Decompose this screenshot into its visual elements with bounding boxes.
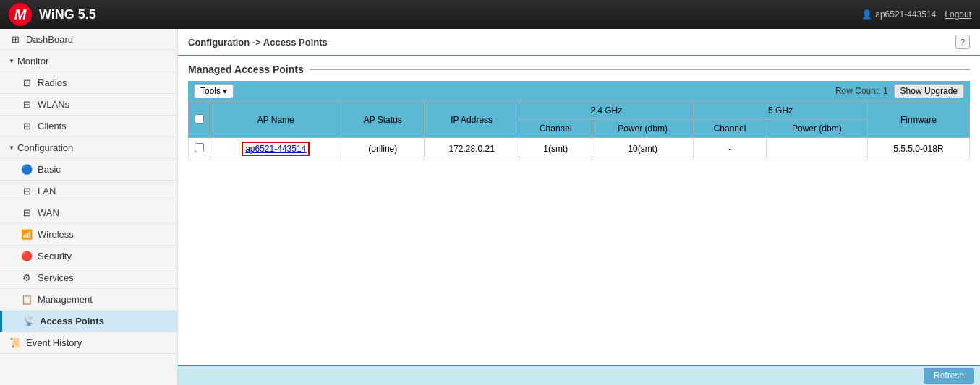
breadcrumb-bar: Configuration -> Access Points ? <box>178 29 980 56</box>
sidebar-label-lan: LAN <box>38 186 56 196</box>
sidebar-label-radios: Radios <box>38 77 67 88</box>
content-area: Configuration -> Access Points ? Managed… <box>178 29 980 385</box>
sidebar-item-management[interactable]: 📋 Management <box>0 289 177 311</box>
sidebar-label-wireless: Wireless <box>38 229 74 240</box>
row-channel-24: 1(smt) <box>519 138 592 160</box>
col-header-ap-status: AP Status <box>341 102 425 138</box>
services-icon: ⚙ <box>20 272 33 283</box>
show-upgrade-button[interactable]: Show Upgrade <box>894 84 964 98</box>
sidebar-label-event-history: Event History <box>26 337 82 348</box>
row-channel-5: - <box>694 138 767 160</box>
management-icon: 📋 <box>20 294 33 305</box>
bottom-bar: Refresh <box>178 365 980 385</box>
sidebar-label-security: Security <box>38 251 72 261</box>
breadcrumb: Configuration -> Access Points <box>188 37 328 48</box>
security-icon: 🔴 <box>20 251 33 261</box>
sidebar-label-wlans: WLANs <box>38 99 69 110</box>
sidebar-item-wlans[interactable]: ⊟ WLANs <box>0 94 177 116</box>
wan-icon: ⊟ <box>20 207 33 218</box>
col-header-5ghz: 5 GHz <box>694 102 868 120</box>
section-title: Managed Access Points <box>188 64 970 75</box>
col-header-checkbox <box>189 102 210 138</box>
select-all-checkbox[interactable] <box>195 114 204 124</box>
sidebar-item-access-points[interactable]: 📡 Access Points <box>0 311 177 332</box>
access-points-icon: 📡 <box>22 316 35 326</box>
sidebar-item-services[interactable]: ⚙ Services <box>0 267 177 289</box>
event-history-icon: 📜 <box>9 337 22 348</box>
dashboard-icon: ⊞ <box>9 34 22 45</box>
sidebar-item-radios[interactable]: ⊡ Radios <box>0 72 177 94</box>
expand-icon-monitor: ▼ <box>9 58 14 64</box>
username-label: ap6521-443514 <box>875 9 936 20</box>
col-header-24ghz: 2.4 GHz <box>519 102 694 120</box>
sidebar-item-wan[interactable]: ⊟ WAN <box>0 202 177 224</box>
wlans-icon: ⊟ <box>20 99 33 110</box>
sidebar-label-access-points: Access Points <box>40 316 104 326</box>
col-subheader-channel-5: Channel <box>694 120 767 138</box>
sidebar-item-security[interactable]: 🔴 Security <box>0 246 177 267</box>
row-ip-address: 172.28.0.21 <box>425 138 519 160</box>
row-count-label: Row Count: 1 <box>835 86 888 96</box>
logout-button[interactable]: Logout <box>945 9 971 20</box>
basic-icon: 🔵 <box>20 164 33 175</box>
sidebar-label-monitor: Monitor <box>17 56 48 66</box>
expand-icon-configuration: ▼ <box>9 144 14 151</box>
lan-icon: ⊟ <box>20 186 33 196</box>
table-row: ap6521-443514 (online) 172.28.0.21 1(smt… <box>189 138 970 160</box>
sidebar-label-dashboard: DashBoard <box>26 34 73 45</box>
sidebar-item-configuration[interactable]: ▼ Configuration <box>0 137 177 159</box>
ap-table: AP Name AP Status IP Address 2.4 GHz 5 G <box>188 101 970 160</box>
radios-icon: ⊡ <box>20 77 33 88</box>
wireless-icon: 📶 <box>20 229 33 240</box>
header-right: 👤 ap6521-443514 Logout <box>861 9 971 20</box>
row-count-info: Row Count: 1 Show Upgrade <box>835 84 964 98</box>
ap-name-link[interactable]: ap6521-443514 <box>242 142 310 156</box>
main-layout: ⊞ DashBoard ▼ Monitor ⊡ Radios ⊟ WLANs ⊞… <box>0 29 980 385</box>
sidebar-item-monitor[interactable]: ▼ Monitor <box>0 51 177 72</box>
col-header-firmware: Firmware <box>867 102 969 138</box>
row-select-checkbox[interactable] <box>195 143 204 152</box>
content-body: Managed Access Points Tools ▾ Row Count:… <box>178 56 980 365</box>
row-checkbox[interactable] <box>189 138 210 160</box>
app-title: WiNG 5.5 <box>39 7 861 22</box>
motorola-logo: M <box>9 3 32 26</box>
sidebar-item-lan[interactable]: ⊟ LAN <box>0 181 177 202</box>
table-controls: Tools ▾ Row Count: 1 Show Upgrade <box>188 81 970 101</box>
col-subheader-channel-24: Channel <box>519 120 592 138</box>
app-header: M WiNG 5.5 👤 ap6521-443514 Logout <box>0 0 980 29</box>
sidebar-label-configuration: Configuration <box>17 142 73 153</box>
help-button[interactable]: ? <box>955 35 970 49</box>
sidebar: ⊞ DashBoard ▼ Monitor ⊡ Radios ⊟ WLANs ⊞… <box>0 29 178 385</box>
row-power-5 <box>766 138 867 160</box>
sidebar-item-dashboard[interactable]: ⊞ DashBoard <box>0 29 177 51</box>
tools-button[interactable]: Tools ▾ <box>194 84 234 98</box>
user-icon: 👤 <box>861 9 872 20</box>
sidebar-label-clients: Clients <box>38 121 67 131</box>
col-header-ip-address: IP Address <box>425 102 519 138</box>
col-subheader-power-24: Power (dbm) <box>592 120 694 138</box>
col-subheader-power-5: Power (dbm) <box>766 120 867 138</box>
refresh-button[interactable]: Refresh <box>924 368 974 384</box>
row-ap-status: (online) <box>341 138 425 160</box>
row-power-24: 10(smt) <box>592 138 694 160</box>
row-ap-name: ap6521-443514 <box>210 138 341 160</box>
sidebar-label-basic: Basic <box>38 164 61 175</box>
sidebar-label-wan: WAN <box>38 207 59 218</box>
sidebar-item-basic[interactable]: 🔵 Basic <box>0 159 177 181</box>
clients-icon: ⊞ <box>20 121 33 131</box>
header-user: 👤 ap6521-443514 <box>861 9 936 20</box>
sidebar-item-wireless[interactable]: 📶 Wireless <box>0 224 177 246</box>
sidebar-item-clients[interactable]: ⊞ Clients <box>0 116 177 137</box>
row-firmware: 5.5.5.0-018R <box>867 138 969 160</box>
sidebar-label-management: Management <box>38 294 93 305</box>
sidebar-item-event-history[interactable]: 📜 Event History <box>0 332 177 354</box>
col-header-ap-name: AP Name <box>210 102 341 138</box>
sidebar-label-services: Services <box>38 272 74 283</box>
